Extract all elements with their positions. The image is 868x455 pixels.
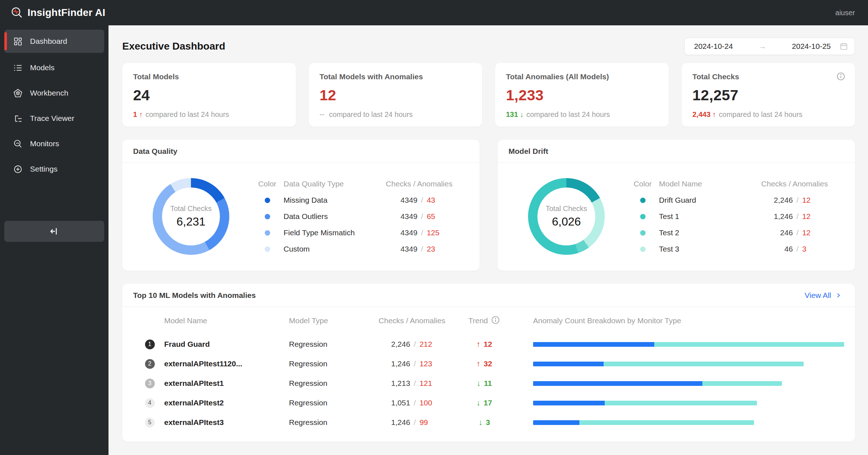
legend-color-dot — [265, 198, 270, 203]
sidebar-item-monitors[interactable]: Monitors — [0, 131, 109, 156]
data-quality-legend: Color Data Quality Type Checks / Anomali… — [251, 176, 473, 257]
stat-value: 1,233 — [506, 87, 658, 104]
legend-col-checks: Checks / Anomalies — [740, 176, 849, 192]
stat-card-total-models: Total Models 24 1↑ compared to last 24 h… — [122, 63, 296, 127]
legend-col-color: Color — [251, 176, 284, 192]
sidebar-item-label: Workbench — [30, 89, 68, 97]
legend-col-type: Data Quality Type — [284, 176, 365, 192]
collapse-left-icon — [49, 226, 60, 237]
list-icon — [13, 63, 23, 73]
trend-value: ↓17 — [452, 398, 517, 408]
col-checks-anomalies: Checks / Anomalies — [372, 316, 452, 325]
date-range-picker[interactable]: 2024-10-24 → 2024-10-25 — [684, 38, 855, 55]
legend-row — [251, 192, 284, 208]
legend-color-dot — [640, 198, 646, 203]
stat-cards-row: Total Models 24 1↑ compared to last 24 h… — [122, 63, 855, 127]
sidebar: Dashboard Models Workbench — [0, 25, 109, 455]
table-row[interactable]: 3 externalAPItest1 Regression 1,213/121 … — [122, 374, 855, 393]
sidebar-item-dashboard[interactable]: Dashboard — [4, 30, 104, 53]
trend-arrow-icon: ↑ — [476, 359, 480, 368]
trend-value: ↑12 — [452, 340, 517, 349]
anomaly-breakdown-bar — [517, 420, 855, 425]
donut-center-value: 6,026 — [552, 215, 581, 228]
anomaly-breakdown-bar — [517, 401, 855, 405]
stat-label: Total Checks — [693, 72, 844, 81]
col-breakdown: Anomaly Count Breakdown by Monitor Type — [517, 316, 855, 325]
topbar: InsightFinder AI aiuser — [0, 0, 868, 25]
top10-models-panel: Top 10 ML Models with Anomalies View All… — [122, 284, 855, 442]
legend-col-checks: Checks / Anomalies — [365, 176, 473, 192]
table-row[interactable]: 2 externalAPItest1120... Regression 1,24… — [122, 354, 855, 374]
rank-badge: 1 — [145, 340, 155, 349]
date-from-value[interactable]: 2024-10-24 — [694, 42, 733, 51]
delta-arrow-icon: ↑ — [712, 110, 716, 119]
panel-title: Model Drift — [509, 147, 548, 156]
delta-arrow-icon: ↓ — [520, 110, 523, 119]
sidebar-collapse-button[interactable] — [4, 221, 104, 242]
trend-arrow-icon: ↓ — [477, 379, 481, 388]
top10-title: Top 10 ML Models with Anomalies — [133, 291, 256, 300]
donut-center-value: 6,231 — [176, 215, 205, 228]
sidebar-item-models[interactable]: Models — [0, 55, 109, 80]
legend-color-dot — [640, 230, 646, 236]
stat-footnote: -- compared to last 24 hours — [320, 110, 472, 119]
legend-col-color: Color — [626, 176, 659, 192]
stat-footnote: 131↓ compared to last 24 hours — [506, 110, 658, 119]
anomaly-breakdown-bar — [517, 381, 855, 386]
legend-color-dot — [265, 214, 270, 219]
table-row[interactable]: 1 Fraud Guard Regression 2,246/212 ↑12 — [122, 334, 855, 354]
sidebar-item-settings[interactable]: Settings — [0, 156, 109, 182]
col-trend: Trend — [452, 315, 517, 326]
legend-row — [626, 192, 659, 208]
data-quality-donut-chart: Total Checks 6,231 — [153, 178, 229, 255]
model-drift-panel: Model Drift Total Checks 6,026 Color — [498, 140, 855, 271]
stat-label: Total Anomalies (All Models) — [506, 72, 658, 81]
stat-value: 12 — [320, 87, 472, 104]
legend-color-dot — [640, 214, 646, 219]
chevron-right-icon — [835, 292, 842, 299]
sidebar-item-label: Monitors — [30, 139, 59, 148]
col-model-type: Model Type — [289, 316, 372, 325]
sidebar-item-label: Models — [30, 63, 55, 72]
legend-row — [626, 208, 659, 225]
page-title: Executive Dashboard — [122, 41, 225, 52]
user-menu[interactable]: aiuser — [835, 9, 855, 17]
sidebar-item-workbench[interactable]: Workbench — [0, 80, 109, 106]
table-row[interactable]: 5 externalAPItest3 Regression 1,246/99 ↓… — [122, 413, 855, 432]
magnifier-pulse-logo-icon — [11, 7, 23, 19]
dashboard-grid-icon — [13, 37, 23, 46]
trend-value: ↓3 — [452, 418, 517, 427]
app-root: InsightFinder AI aiuser Dashboard Models — [0, 0, 868, 455]
data-quality-panel: Data Quality Total Checks 6,231 Color — [122, 140, 480, 271]
trend-value: ↑32 — [452, 359, 517, 368]
rank-badge: 3 — [145, 379, 155, 388]
anomaly-breakdown-bar — [517, 342, 855, 347]
date-to-value[interactable]: 2024-10-25 — [792, 42, 831, 51]
legend-row — [626, 225, 659, 241]
panel-title: Data Quality — [133, 147, 178, 156]
model-drift-donut-chart: Total Checks 6,026 — [528, 178, 605, 255]
stat-card-total-checks: Total Checks 12,257 2,443↑ compared to l… — [682, 63, 855, 127]
main-content: Executive Dashboard 2024-10-24 → 2024-10… — [109, 25, 868, 455]
rank-badge: 5 — [145, 418, 155, 427]
stat-label: Total Models with Anomalies — [320, 72, 472, 81]
sidebar-item-label: Settings — [30, 165, 58, 173]
legend-col-model-name: Model Name — [659, 176, 740, 192]
trend-info-icon[interactable] — [491, 315, 500, 326]
pentagon-star-icon — [13, 88, 23, 98]
model-drift-legend: Color Model Name Checks / Anomalies Drif… — [626, 176, 849, 257]
col-model-name: Model Name — [164, 316, 289, 325]
sidebar-item-label: Trace Viewer — [30, 114, 75, 123]
stat-card-total-anomalies: Total Anomalies (All Models) 1,233 131↓ … — [495, 63, 669, 127]
trend-arrow-icon: ↓ — [476, 398, 480, 408]
legend-row — [251, 241, 284, 257]
sidebar-item-trace-viewer[interactable]: Trace Viewer — [0, 106, 109, 131]
donut-center-label: Total Checks — [546, 205, 587, 213]
table-row[interactable]: 4 externalAPItest2 Regression 1,051/100 … — [122, 393, 855, 413]
info-icon[interactable] — [836, 72, 846, 83]
view-all-link[interactable]: View All — [805, 291, 842, 300]
stat-value: 12,257 — [693, 87, 844, 104]
legend-row — [251, 225, 284, 241]
legend-row — [626, 241, 659, 257]
plus-circle-icon — [13, 164, 23, 174]
